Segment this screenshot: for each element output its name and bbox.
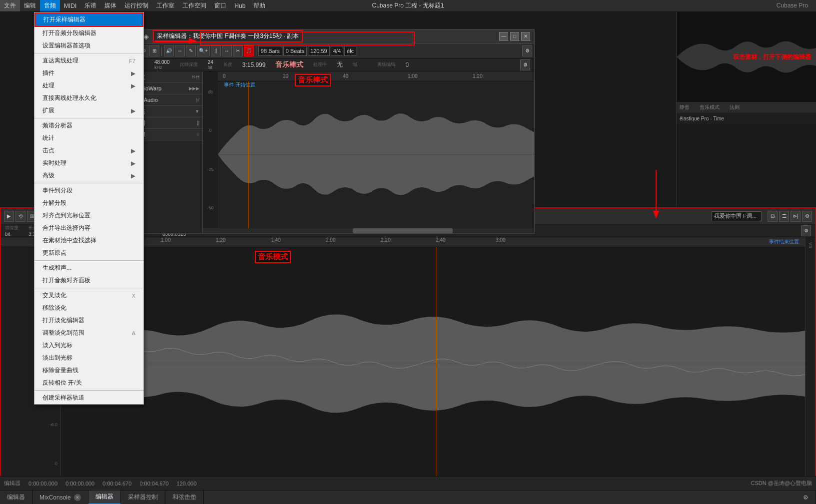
lower-waveform-canvas[interactable] [61, 247, 805, 480]
lower-extra-btn3[interactable]: ⊳| [791, 211, 801, 222]
algorithm-label-right: élastique Pro - Time [677, 113, 816, 124]
dropdown-item-create-sampler[interactable]: 创建采样器轨道 [34, 392, 143, 404]
dropdown-item-dissolve[interactable]: 分解分段 [34, 197, 143, 209]
tab-editor-2[interactable]: 编辑器 [88, 491, 121, 504]
menu-midi[interactable]: MIDI [60, 0, 80, 11]
se-music-mode-btn[interactable]: 🎵 [244, 45, 254, 56]
se-pencil-btn[interactable]: ✎ [186, 45, 196, 56]
dropdown-item-editor-prefs[interactable]: 设置编辑器首选项 [34, 39, 143, 52]
lower-settings-btn[interactable]: ⚙ [802, 211, 812, 222]
lower-ruler: 20 40 1:00 1:20 1:40 2:00 2:20 2:40 3:00… [61, 237, 805, 247]
status-bar: 编辑器 0:00:00.000 0:00:00.000 0:00:04.670 … [0, 476, 816, 490]
lower-extra-btn2[interactable]: ☰ [779, 211, 789, 222]
se-settings-btn[interactable]: ⚙ [522, 45, 532, 56]
maximize-button[interactable]: □ [510, 32, 519, 41]
sample-editor-window: W A ◈ 采样编辑器：我爱你中国 F调伴奏 一段3分15秒 · 副本 — □ … [125, 29, 535, 234]
menu-workspace[interactable]: 工作空间 [178, 0, 210, 11]
dropdown-item-generate-harmony[interactable]: 生成和声... [34, 262, 143, 274]
top-right-labels: 静音 音乐模式 法则 [677, 102, 816, 113]
dropdown-item-fade-in[interactable]: 淡入到光标 [34, 339, 143, 352]
menu-media[interactable]: 媒体 [100, 0, 120, 11]
close-button[interactable]: ✕ [521, 32, 530, 41]
se-zoom-out-btn[interactable]: || [211, 45, 221, 56]
se-cut-btn[interactable]: ✂ [233, 45, 243, 56]
menu-edit[interactable]: 编辑 [20, 0, 40, 11]
tab-editor-1[interactable]: 编辑器 [0, 491, 32, 504]
tab-gear-btn[interactable]: ⚙ [796, 491, 816, 504]
dropdown-item-open-segment-editor[interactable]: 打开音频分段编辑器 [34, 27, 143, 39]
se-zoom-in-btn[interactable]: 🔍+ [197, 45, 210, 56]
waveform-scrollbar[interactable] [203, 228, 534, 233]
dropdown-item-snap[interactable]: 对齐点到光标位置 [34, 209, 143, 222]
lower-extra-btn1[interactable]: ⊡ [768, 211, 778, 222]
lower-title-field[interactable]: 我爱你中国 F调... [712, 211, 762, 221]
dropdown-item-open-sample-editor[interactable]: 打开采样编辑器 [34, 12, 143, 27]
lower-loop-btn[interactable]: ⟲ [15, 211, 25, 222]
waveform-canvas[interactable]: 0 20 40 1:00 1:20 事件 开始位置 [218, 71, 534, 228]
menu-studio[interactable]: 工作室 [152, 0, 178, 11]
cubase-pro-label: Cubase Pro [777, 2, 808, 9]
dropdown-item-merge[interactable]: 合并导出选择内容 [34, 222, 143, 234]
tab-sampler[interactable]: 采样器控制 [121, 491, 165, 504]
dropdown-item-remove-fade[interactable]: 移除淡化 [34, 302, 143, 314]
menu-help[interactable]: 帮助 [249, 0, 269, 11]
tab-mixconsole[interactable]: MixConsole ✕ [32, 491, 88, 504]
lower-info-settings[interactable]: ⚙ [801, 225, 811, 236]
dropdown-item-open-align[interactable]: 打开音频对齐面板 [34, 274, 143, 287]
lower-main-waveform: 20 40 1:00 1:20 1:40 2:00 2:20 2:40 3:00… [61, 237, 805, 485]
menu-audio[interactable]: 音频 [40, 0, 60, 11]
offline-label: 离线编辑 [377, 61, 395, 68]
tab-chord[interactable]: 和弦击垫 [165, 491, 204, 504]
se-settings2-btn[interactable]: ⚙ [520, 59, 530, 70]
dropdown-item-update-origin[interactable]: 更新原点 [34, 247, 143, 259]
dropdown-item-stats[interactable]: 统计 [34, 132, 143, 144]
dropdown-item-realtime[interactable]: 实时处理 ▶ [34, 157, 143, 169]
lower-playhead [436, 247, 436, 480]
dropdown-item-spectrum[interactable]: 频谱分析器 [34, 119, 143, 132]
menu-window[interactable]: 窗口 [210, 0, 230, 11]
dropdown-item-find-pool[interactable]: 在素材池中查找选择 [34, 234, 143, 247]
status-time-4: 0:00:04.670 [139, 481, 168, 487]
dropdown-item-advanced[interactable]: 高级 ▶ [34, 169, 143, 182]
se-tempo-field[interactable]: 120.59 [308, 46, 330, 56]
status-csdn: CSDN @岳涛@心聲电脑 [751, 480, 812, 487]
separator-2 [34, 118, 143, 118]
dropdown-item-plugins[interactable]: 插件 ▶ [34, 67, 143, 79]
dropdown-item-crossfade[interactable]: 交叉淡化 X [34, 289, 143, 302]
dropdown-item-remove-volume[interactable]: 移除音量曲线 [34, 364, 143, 377]
app-title: Cubase Pro 工程 - 无标题1 [372, 1, 444, 10]
menu-file[interactable]: 文件 [0, 0, 20, 11]
dropdown-item-offline[interactable]: 直达离线处理 F7 [34, 54, 143, 67]
waveform-scrollbar-thumb[interactable] [353, 228, 453, 233]
menu-transport[interactable]: 运行控制 [120, 0, 152, 11]
se-zoom-tool[interactable]: ↔ [175, 45, 185, 56]
event-start-marker: 事件 开始位置 [224, 81, 255, 88]
se-algorithm-field[interactable]: élc [344, 46, 356, 56]
status-time-3: 0:00:04.670 [102, 481, 131, 487]
dropdown-item-fade-out[interactable]: 淡出到光标 [34, 352, 143, 364]
dropdown-item-adjust-fade[interactable]: 调整淡化到范围 A [34, 327, 143, 339]
dropdown-item-open-fade[interactable]: 打开淡化编辑器 [34, 314, 143, 327]
annotation-music-bar-mode: 音乐棒式 [295, 74, 331, 86]
dropdown-item-offline-perm[interactable]: 直接离线处理永久化 [34, 92, 143, 104]
se-bars-field[interactable]: 98 Bars [258, 46, 282, 56]
waveform-ruler: 0 20 40 1:00 1:20 [218, 71, 534, 81]
dropdown-item-phase[interactable]: 反转相位 开/关 [34, 377, 143, 389]
dropdown-item-hitpoints[interactable]: 击点 ▶ [34, 144, 143, 157]
dropdown-item-event-segment[interactable]: 事件到分段 [34, 184, 143, 197]
tab-close-icon[interactable]: ✕ [74, 494, 81, 501]
minimize-button[interactable]: — [499, 32, 508, 41]
menu-score[interactable]: 乐谱 [80, 0, 100, 11]
se-time-sig-field[interactable]: 4/4 [331, 46, 343, 56]
lower-waveform-svg [61, 247, 805, 480]
dropdown-item-extend[interactable]: 扩展 ▶ [34, 104, 143, 117]
se-beats-field[interactable]: 0 Beats [283, 46, 307, 56]
dropdown-item-process[interactable]: 处理 ▶ [34, 79, 143, 92]
se-speaker-btn[interactable]: 🔊 [164, 45, 174, 56]
sample-editor-titlebar: W A ◈ 采样编辑器：我爱你中国 F调伴奏 一段3分15秒 · 副本 — □ … [125, 29, 534, 43]
se-grid-btn[interactable]: ⊞ [149, 45, 159, 56]
range-label: 域 [353, 61, 357, 68]
menu-hub[interactable]: Hub [230, 0, 249, 11]
se-fit-btn[interactable]: ↔ [222, 45, 232, 56]
lower-play-btn[interactable]: ▶ [4, 211, 14, 222]
